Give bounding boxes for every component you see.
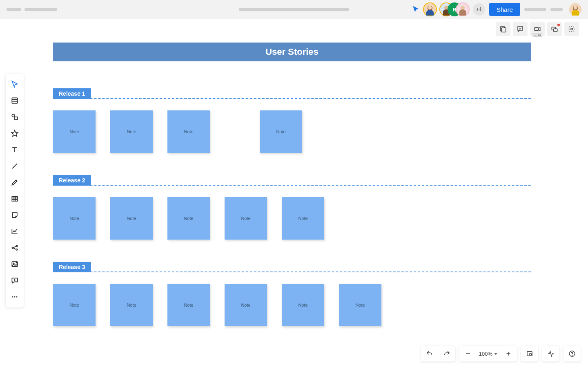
templates-tool[interactable] [6,92,24,109]
redo-button[interactable] [438,346,455,361]
notes-row: Note Note Note Note Note [53,197,531,240]
section-divider [53,185,531,186]
svg-point-2 [428,6,432,10]
svg-rect-26 [12,196,17,201]
activity-button[interactable] [542,346,559,361]
svg-rect-11 [501,28,506,32]
sticky-note[interactable]: Note [339,284,381,326]
chevron-down-icon [494,353,497,355]
svg-line-34 [13,246,16,248]
line-tool[interactable] [6,158,24,174]
canvas[interactable]: User Stories Release 1 Note Note Note No… [0,39,588,368]
svg-rect-18 [12,98,17,103]
more-count: +1 [476,7,482,12]
menu-placeholder[interactable] [7,8,21,11]
menu-placeholder[interactable] [24,8,57,11]
image-tool[interactable] [6,256,24,272]
table-tool[interactable] [6,191,24,207]
sticky-note[interactable]: Note [53,197,96,240]
beta-badge: BETA [532,33,542,37]
note-gap [225,110,245,153]
svg-point-9 [574,6,577,10]
topbar-placeholder[interactable] [550,8,563,11]
cursor-indicator-icon[interactable] [412,5,420,13]
section-label[interactable]: Release 3 [53,262,91,272]
minimap-button[interactable] [521,346,538,361]
help-group [564,346,581,361]
sticky-note[interactable]: Note [110,284,153,326]
document-title-placeholder[interactable] [239,8,349,11]
sticky-note[interactable]: Note [260,110,302,153]
zoom-text: 100% [479,351,492,357]
zoom-level[interactable]: 100% [477,351,500,357]
user-avatar[interactable] [569,3,581,16]
sticky-note[interactable]: Note [225,284,267,326]
notes-panel-button[interactable] [496,22,510,36]
section-divider [53,272,531,272]
secondary-toolbar: BETA [0,19,588,39]
sticky-note[interactable]: Note [53,284,96,326]
svg-point-6 [461,6,465,10]
shapes-tool[interactable] [6,109,24,125]
sticky-note[interactable]: Note [225,197,267,240]
svg-point-33 [16,249,17,250]
help-button[interactable] [564,346,581,361]
map-group [521,346,538,361]
sticky-note[interactable]: Note [167,197,210,240]
chart-tool[interactable] [6,223,24,240]
video-button[interactable]: BETA [530,22,545,36]
collaborator-avatar[interactable] [424,3,436,16]
release-section: Release 1 Note Note Note Note [53,88,531,153]
svg-point-4 [444,6,448,10]
sticky-note[interactable]: Note [53,110,96,153]
svg-line-35 [13,248,16,249]
sticky-note[interactable]: Note [282,197,324,240]
zoom-in-button[interactable] [500,346,517,361]
svg-point-31 [12,247,13,248]
undo-redo-group [421,346,455,361]
release-section: Release 2 Note Note Note Note Note [53,175,531,240]
sticky-note[interactable]: Note [110,197,153,240]
svg-point-44 [16,296,18,298]
svg-rect-16 [554,29,557,31]
undo-button[interactable] [421,346,438,361]
collaborator-avatar-stack: R [440,3,469,16]
menu-area[interactable] [7,8,57,11]
text-tool[interactable] [6,141,24,158]
collaborator-avatar[interactable] [457,3,469,16]
share-button[interactable]: Share [489,3,520,16]
connector-tool[interactable] [6,240,24,256]
section-label[interactable]: Release 1 [53,88,91,99]
topbar: R +1 Share [0,0,588,19]
settings-button[interactable] [564,22,579,36]
svg-point-43 [14,296,16,298]
sticky-note[interactable]: Note [282,284,324,326]
sticky-note[interactable]: Note [167,284,210,326]
more-collaborators-badge[interactable]: +1 [473,3,485,16]
svg-point-42 [12,296,13,298]
notification-dot-icon [557,24,560,26]
section-label[interactable]: Release 2 [53,175,91,186]
section-divider [53,98,531,99]
board-title-bar[interactable]: User Stories [53,43,531,61]
pen-tool[interactable] [6,174,24,191]
bottom-bar: 100% [421,346,581,361]
comments-button[interactable] [513,22,528,36]
topbar-placeholder[interactable] [524,8,546,11]
select-tool[interactable] [6,76,24,92]
sticky-note-tool[interactable] [6,207,24,223]
svg-point-21 [12,114,15,117]
sticky-note[interactable]: Note [110,110,153,153]
star-tool[interactable] [6,125,24,141]
sticky-note[interactable]: Note [167,110,210,153]
more-tools[interactable] [6,289,24,305]
svg-rect-22 [15,117,18,120]
board-content: User Stories Release 1 Note Note Note No… [53,43,531,326]
svg-point-17 [571,28,573,30]
svg-rect-49 [530,354,532,355]
comment-tool[interactable] [6,272,24,289]
left-toolbox [6,74,24,307]
activity-group [542,346,559,361]
zoom-out-button[interactable] [459,346,477,361]
present-button[interactable] [547,22,562,36]
